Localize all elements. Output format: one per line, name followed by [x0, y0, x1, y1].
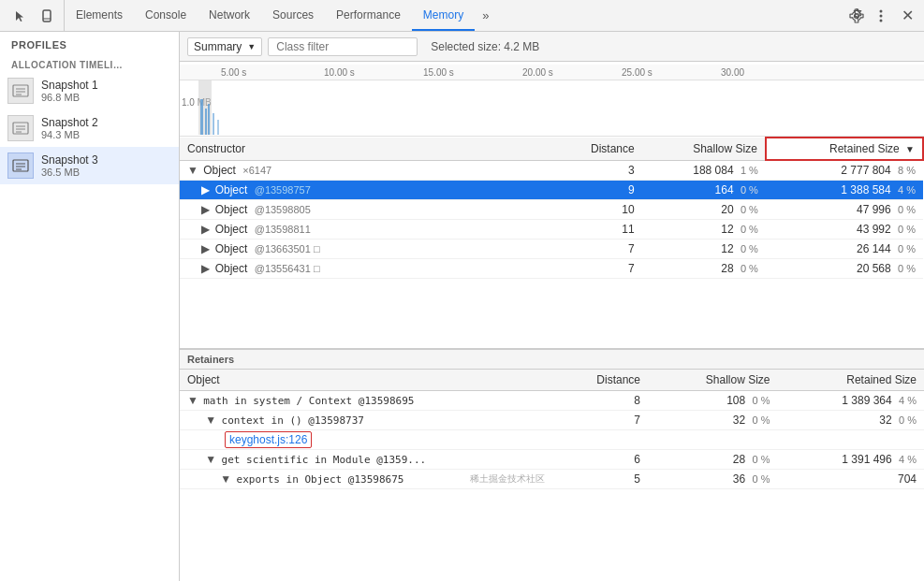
expand-arrow[interactable]: ▶	[201, 242, 210, 255]
retained-cell: 47 996 0 %	[766, 200, 923, 220]
tab-network[interactable]: Network	[198, 0, 261, 31]
object-cell: ▼ context in () @13598737	[180, 411, 552, 430]
retainer-row[interactable]: ▼ context in () @13598737 7 32 0 % 32 0 …	[180, 411, 924, 430]
col-object: Object	[180, 370, 552, 391]
object-cell: keyghost.js:126	[180, 430, 924, 450]
col-retained[interactable]: Retained Size ▼	[766, 138, 923, 160]
tab-list: Elements Console Network Sources Perform…	[65, 0, 496, 31]
view-selector[interactable]: Summary ▼	[187, 37, 262, 56]
retainer-row[interactable]: keyghost.js:126	[180, 430, 924, 450]
col-distance-ret[interactable]: Distance	[552, 370, 649, 391]
tab-sources[interactable]: Sources	[261, 0, 325, 31]
svg-rect-22	[217, 120, 219, 135]
ruler-mark-6: 30.00	[721, 67, 744, 78]
object-cell: ▼ exports in Object @13598675 稀土掘金技术社区	[180, 470, 552, 489]
retainer-row[interactable]: ▼ get scientific in Module @1359... 6 28…	[180, 450, 924, 470]
expand-arrow[interactable]: ▶	[201, 223, 210, 236]
table-row[interactable]: ▶ Object @13598757 9 164 0 % 1 388 584 4…	[180, 181, 923, 200]
col-distance[interactable]: Distance	[551, 138, 642, 160]
retained-cell: 43 992 0 %	[766, 220, 923, 240]
devtools-right-icons: ✕	[845, 3, 920, 29]
ruler-mark-1: 5.00 s	[221, 67, 246, 78]
expand-arrow[interactable]: ▶	[201, 183, 210, 196]
table-row[interactable]: ▶ Object @13556431 □ 7 28 0 % 20 568 0 %	[180, 259, 923, 279]
bottom-table-container: Object Distance Shallow Size Retained Si…	[180, 370, 924, 581]
col-constructor: Constructor	[180, 138, 551, 160]
shallow-cell: 12 0 %	[642, 240, 766, 259]
retainer-row[interactable]: ▼ exports in Object @13598675 稀土掘金技术社区 5…	[180, 470, 924, 489]
constructor-cell: ▶ Object @13556431 □	[180, 259, 551, 279]
shallow-cell: 28 0 %	[648, 450, 778, 470]
snapshot-item-3[interactable]: Snapshot 3 36.5 MB	[0, 147, 179, 184]
constructor-cell: ▶ Object @13598805	[180, 200, 551, 220]
table-row[interactable]: ▼ Object ×6147 3 188 084 1 % 2 777 804 8…	[180, 160, 923, 181]
tables-area: Constructor Distance Shallow Size Retain…	[180, 137, 924, 581]
cursor-icon[interactable]	[9, 5, 32, 27]
watermark: 稀土掘金技术社区	[470, 472, 545, 486]
expand-arrow[interactable]: ▼	[220, 472, 231, 486]
retainer-row[interactable]: ▼ math in system / Context @13598695 8 1…	[180, 391, 924, 411]
ruler-mark-5: 25.00 s	[622, 67, 653, 78]
shallow-cell: 20 0 %	[642, 200, 766, 220]
settings-icon[interactable]	[845, 5, 868, 27]
constructor-cell: ▶ Object @13663501 □	[180, 240, 551, 259]
timeline-area[interactable]: 5.00 s 10.00 s 15.00 s 20.00 s 25.00 s 3…	[180, 62, 924, 137]
svg-rect-20	[208, 104, 210, 135]
selected-size-info: Selected size: 4.2 MB	[431, 40, 539, 53]
retained-cell: 1 388 584 4 %	[766, 181, 923, 200]
constructor-cell: ▶ Object @13598757	[180, 181, 551, 200]
timeline-chart	[198, 80, 910, 135]
snapshot-info-2: Snapshot 2 94.3 MB	[41, 116, 98, 140]
expand-arrow[interactable]: ▼	[205, 414, 216, 427]
retainers-table: Object Distance Shallow Size Retained Si…	[180, 370, 924, 489]
class-filter-input[interactable]	[268, 37, 418, 56]
distance-cell: 6	[552, 450, 649, 470]
col-shallow[interactable]: Shallow Size	[642, 138, 766, 160]
top-table-container: Constructor Distance Shallow Size Retain…	[180, 137, 924, 349]
constructor-cell: ▶ Object @13598811	[180, 220, 551, 240]
table-row[interactable]: ▶ Object @13598811 11 12 0 % 43 992 0 %	[180, 220, 923, 240]
tab-elements[interactable]: Elements	[65, 0, 134, 31]
table-row[interactable]: ▶ Object @13663501 □ 7 12 0 % 26 144 0 %	[180, 240, 923, 259]
retained-cell: 1 389 364 4 %	[778, 391, 925, 411]
object-cell: ▼ get scientific in Module @1359...	[180, 450, 552, 470]
source-link[interactable]: keyghost.js:126	[225, 431, 312, 448]
mobile-icon[interactable]	[36, 5, 58, 27]
snapshot-info-3: Snapshot 3 36.5 MB	[41, 153, 98, 178]
tab-performance[interactable]: Performance	[325, 0, 412, 31]
shallow-cell: 32 0 %	[648, 411, 778, 430]
snapshot-item-1[interactable]: Snapshot 1 96.8 MB	[0, 72, 179, 109]
expand-arrow[interactable]: ▼	[205, 453, 216, 466]
snapshot-icon-3	[7, 153, 34, 179]
distance-cell: 7	[551, 259, 642, 279]
table-row[interactable]: ▶ Object @13598805 10 20 0 % 47 996 0 %	[180, 200, 923, 220]
devtools-toolbar: Elements Console Network Sources Perform…	[0, 0, 924, 32]
retained-cell: 2 777 804 8 %	[766, 160, 923, 181]
expand-arrow[interactable]: ▶	[201, 203, 210, 216]
content-panel: Summary ▼ Selected size: 4.2 MB 5.00 s 1…	[180, 32, 924, 581]
distance-cell: 7	[552, 411, 649, 430]
object-cell: ▼ math in system / Context @13598695	[180, 391, 552, 411]
expand-arrow[interactable]: ▼	[187, 394, 198, 407]
col-retained-ret[interactable]: Retained Size	[778, 370, 925, 391]
tab-memory[interactable]: Memory	[412, 0, 475, 31]
tab-console[interactable]: Console	[134, 0, 198, 31]
retained-cell: 1 391 496 4 %	[778, 450, 925, 470]
more-options-icon[interactable]	[870, 5, 892, 27]
content-toolbar: Summary ▼ Selected size: 4.2 MB	[180, 32, 924, 62]
col-shallow-ret[interactable]: Shallow Size	[648, 370, 778, 391]
distance-cell: 10	[551, 200, 642, 220]
distance-cell: 3	[551, 160, 642, 181]
snapshot-item-2[interactable]: Snapshot 2 94.3 MB	[0, 109, 179, 147]
snapshot-icon-1	[7, 78, 34, 104]
more-tabs-button[interactable]: »	[475, 0, 496, 31]
expand-arrow[interactable]: ▼	[187, 164, 198, 177]
expand-arrow[interactable]: ▶	[201, 262, 210, 275]
snapshot-icon-2	[7, 115, 34, 141]
shallow-cell: 28 0 %	[642, 259, 766, 279]
sidebar: Profiles ALLOCATION TIMELI… Snapshot 1 9…	[0, 32, 180, 581]
svg-rect-18	[200, 99, 203, 135]
ruler-mark-2: 10.00 s	[324, 67, 355, 78]
constructor-table: Constructor Distance Shallow Size Retain…	[180, 137, 924, 279]
close-devtools-button[interactable]: ✕	[894, 3, 920, 29]
